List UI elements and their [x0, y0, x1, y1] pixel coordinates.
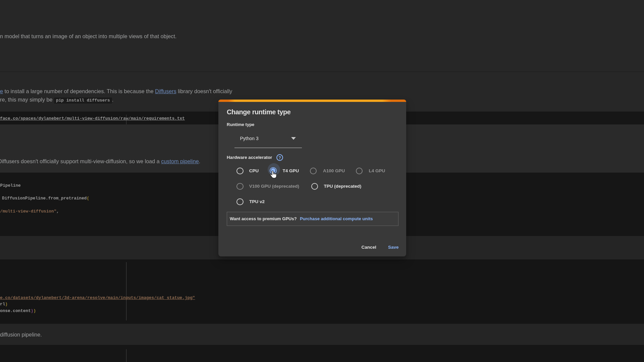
svg-text:?: ?: [278, 155, 281, 160]
